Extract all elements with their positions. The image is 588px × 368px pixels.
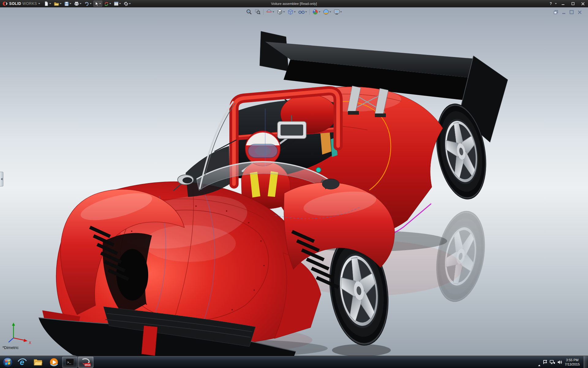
command-prompt-icon: >_ [65,358,74,366]
hide-show-items-button[interactable] [297,8,308,16]
undo-icon [84,2,89,6]
orientation-triad: X [3,320,32,347]
titlebar: SOLIDWORKS [0,0,588,7]
taskbar-windows-explorer[interactable] [30,357,46,368]
doc-close-icon [578,10,582,14]
view-settings-icon [334,9,340,15]
section-view-button[interactable] [265,8,275,16]
close-icon [581,2,585,6]
svg-text:>_: >_ [67,361,71,364]
doc-minimize-button[interactable] [561,10,567,15]
triad-x-label: X [29,341,31,345]
windows-start-icon [2,357,13,367]
model-viewport[interactable] [0,7,588,356]
show-hidden-icons-icon [538,359,541,366]
solidworks-badge: 2015 [85,363,91,366]
network-icon[interactable] [550,360,555,365]
zoom-to-area-button[interactable] [254,8,262,16]
display-style-icon [288,9,294,15]
document-window-controls [553,10,582,15]
start-button[interactable] [1,356,14,368]
headsup-view-toolbar [245,8,343,16]
print-button[interactable] [73,1,82,7]
print-icon [74,2,79,6]
system-tray: 3:55 PM 7/13/2015 [538,356,588,368]
taskbar-command-prompt[interactable]: >_ [62,357,77,368]
zoom-to-fit-icon [246,9,252,15]
view-orientation-label: *Dimetric [2,345,19,350]
internet-explorer-icon: e [17,358,27,367]
doc-maximize-button[interactable] [569,10,575,15]
select-cursor-icon [95,2,99,6]
toolbar-separator [263,9,264,15]
tow-pillar [141,326,157,356]
save-icon [64,2,69,6]
main-toolbar [43,1,132,7]
view-orientation-icon [277,9,283,15]
open-folder-icon [54,2,59,6]
brand-caret-icon[interactable] [38,3,40,4]
edit-appearance-button[interactable] [311,8,322,16]
apply-scene-button[interactable] [322,8,332,16]
help-caret-icon[interactable] [555,3,557,4]
help-button[interactable]: ? [550,2,552,6]
apply-scene-icon [323,9,329,15]
file-properties-icon [114,2,119,6]
taskbar-solidworks[interactable]: 2015 [78,357,93,368]
undo-button[interactable] [83,1,92,7]
clock-time: 3:55 PM [565,358,580,362]
options-gear-icon [124,2,128,6]
doc-close-button[interactable] [577,10,582,15]
solidworks-app-icon: 2015 [81,358,91,367]
feature-manager-collapsed-tab[interactable] [0,172,3,186]
taskbar: e >_ [0,356,588,368]
doc-restore-icon [554,10,558,14]
expand-panel-icon [1,178,2,180]
section-view-icon [266,9,272,15]
taskbar-clock[interactable]: 3:55 PM 7/13/2015 [565,358,580,366]
taskbar-internet-explorer[interactable]: e [14,357,30,368]
rebuild-icon [104,2,109,6]
zoom-to-fit-button[interactable] [245,8,253,16]
display-style-button[interactable] [287,8,297,16]
minimize-button[interactable] [560,1,567,6]
new-document-icon [44,1,49,6]
doc-maximize-icon [570,10,574,14]
taskbar-media-player[interactable] [46,357,62,368]
solidworks-logo-icon [2,1,8,6]
zoom-to-area-icon [255,9,261,15]
desktop: SOLIDWORKS [0,0,588,368]
titlebar-controls: ? [550,1,586,6]
restore-icon [571,2,575,6]
brand-solid: SOLID [9,2,21,6]
save-button[interactable] [63,1,72,7]
action-center-icon[interactable] [543,360,548,365]
open-button[interactable] [53,1,62,7]
doc-minimize-icon [562,10,566,14]
edit-appearance-icon [312,9,318,15]
file-properties-button[interactable] [113,1,122,7]
new-document-button[interactable] [43,1,52,7]
teal-marker [316,167,321,172]
doc-restore-button[interactable] [553,10,559,15]
options-button[interactable] [123,1,132,7]
restore-button[interactable] [570,1,576,6]
rebuild-button[interactable] [103,1,112,7]
select-button[interactable] [93,1,102,7]
view-orientation-button[interactable] [276,8,286,16]
media-player-icon [49,358,58,367]
hide-show-items-icon [298,9,305,15]
helmet-visor [248,144,277,158]
graphics-area[interactable]: X *Dimetric [0,7,588,356]
clock-date: 7/13/2015 [565,362,580,366]
right-mirror [322,179,339,189]
show-hidden-icons-button[interactable] [538,359,541,365]
brand-works: WORKS [22,2,37,6]
volume-icon[interactable] [557,360,563,365]
minimize-icon [562,2,565,5]
toolbar-separator [310,9,310,15]
close-button[interactable] [579,1,586,6]
app-brand: SOLIDWORKS [2,1,40,6]
show-desktop-button[interactable] [584,356,588,368]
view-settings-button[interactable] [333,8,343,16]
